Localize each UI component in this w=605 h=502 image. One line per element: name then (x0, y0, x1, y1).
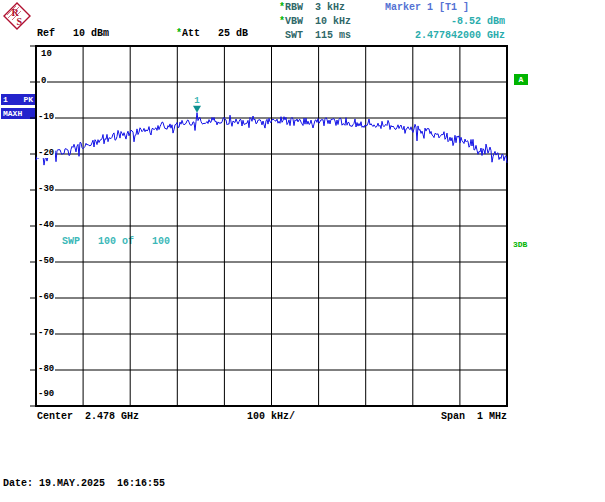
marker-level-value: -8.52 dBm (385, 16, 505, 27)
y-axis-label: -50 (37, 256, 55, 266)
marker-title: Marker 1 [T1 ] (385, 2, 469, 13)
y-axis-label: -70 (37, 328, 55, 338)
rohde-schwarz-logo-icon: R S (3, 2, 31, 30)
marker-number-label: 1 (194, 96, 200, 106)
screen-a-badge: A (514, 74, 528, 85)
3db-bandwidth-label: 3DB (513, 239, 527, 250)
y-axis-label: -60 (37, 292, 55, 302)
y-axis-label: -40 (37, 220, 55, 230)
span-label: Span 1 MHz (441, 411, 507, 422)
vbw-label: *VBW 10 kHz (279, 16, 351, 27)
spectrum-plot: 1 (30, 40, 515, 415)
frequency-per-division-label: 100 kHz/ (247, 411, 295, 422)
ref-level-label: Ref 10 dBm (37, 28, 109, 39)
y-axis-label: -90 (37, 389, 55, 399)
rbw-label: *RBW 3 kHz (279, 2, 345, 13)
spectrum-analyzer-screen: R S Ref 10 dBm *Att 25 dB *RBW 3 kHz *VB… (0, 0, 605, 502)
y-axis-label: -30 (37, 184, 55, 194)
date-stamp: Date: 19.MAY.2025 16:16:55 (3, 478, 165, 489)
attenuation-label: *Att 25 dB (176, 28, 248, 39)
y-axis-label: -10 (37, 112, 55, 122)
y-axis-label: -20 (37, 148, 55, 158)
trace-number: 1 (3, 94, 8, 105)
y-axis-label: 10 (40, 49, 53, 59)
y-axis-label: 0 (40, 76, 47, 86)
y-axis-label: -80 (37, 364, 55, 374)
logo-letter-s: S (17, 16, 23, 27)
center-frequency-label: Center 2.478 GHz (37, 411, 139, 422)
marker-triangle-icon (193, 106, 201, 113)
